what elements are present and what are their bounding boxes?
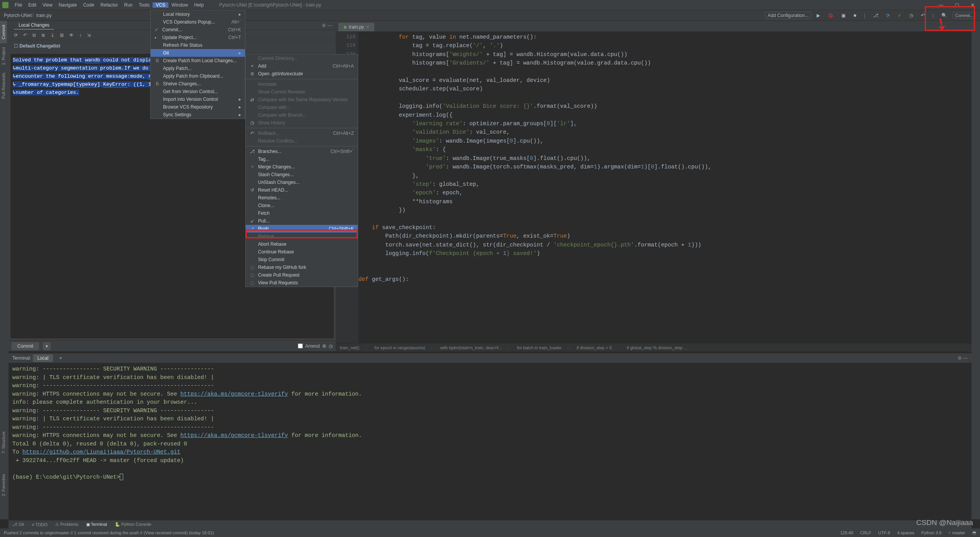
menuitem-create-pull-request[interactable]: ◌Create Pull Request (246, 271, 358, 279)
add-configuration-button[interactable]: Add Configuration... (765, 12, 811, 19)
toolwin-pull-requests[interactable]: Pull Requests (0, 69, 7, 103)
code-area[interactable]: for tag, value in net.named_parameters()… (358, 32, 972, 343)
refresh-icon[interactable]: ⟳ (14, 32, 18, 38)
menuitem-unstash-changes[interactable]: UnStash Changes... (246, 178, 358, 186)
menu-view[interactable]: View (39, 2, 56, 8)
menuitem-refresh-file-status[interactable]: Refresh File Status (151, 41, 245, 49)
toolwin-commit[interactable]: Commit (0, 21, 7, 43)
breadcrumb-item[interactable]: if global_step % division_step ... (627, 345, 688, 350)
terminal-gear-icon[interactable]: ⚙ — (958, 355, 972, 361)
commit-tab-local-changes[interactable]: Local Changes (14, 21, 54, 30)
menuitem-reset-head[interactable]: ↺Reset HEAD... (246, 186, 358, 194)
revert-icon[interactable]: ↶ (919, 12, 927, 19)
menuitem-local-history[interactable]: Local History (151, 10, 245, 18)
menuitem-sync-settings[interactable]: Sync Settings (151, 111, 245, 119)
menuitem-view-pull-requests[interactable]: ◌View Pull Requests (246, 279, 358, 287)
menu-window[interactable]: Window (168, 2, 191, 8)
status-interpreter[interactable]: Python 3.8 (921, 530, 942, 535)
terminal-body[interactable]: warning: ----------------- SECURITY WARN… (8, 363, 972, 520)
menu-tools[interactable]: Tools (136, 2, 153, 8)
menuitem-stash-changes[interactable]: Stash Changes... (246, 171, 358, 178)
group-icon[interactable]: ⊞ (60, 32, 64, 38)
status-indent[interactable]: 4 spaces (897, 530, 914, 535)
changelist-icon[interactable]: ≣ (41, 32, 45, 38)
terminal-tab-add[interactable]: + (54, 354, 66, 362)
commit-dropdown-icon[interactable]: ▾ (43, 342, 51, 350)
status-branch[interactable]: ⑂ master (948, 530, 965, 535)
breadcrumb-file[interactable]: train.py (36, 13, 51, 18)
toolwin-todo[interactable]: ≡ TODO (32, 522, 48, 527)
menuitem-skip-commit[interactable]: Skip Commit (246, 256, 358, 263)
status-lock-icon[interactable]: ⬒ (972, 530, 976, 535)
menu-navigate[interactable]: Navigate (56, 2, 80, 8)
menuitem-import-into-version-control[interactable]: Import into Version Control (151, 95, 245, 103)
menuitem-browse-vcs-repository[interactable]: Browse VCS Repository (151, 103, 245, 111)
toolwin-terminal[interactable]: ▣ Terminal (86, 522, 107, 527)
menuitem-get-from-version-control[interactable]: Get from Version Control... (151, 88, 245, 95)
menuitem-update-project[interactable]: Update Project...Ctrl+T (151, 34, 245, 41)
close-tab-icon[interactable]: × (366, 24, 369, 30)
menuitem-tag[interactable]: Tag... (246, 155, 358, 163)
run-icon[interactable]: ▶ (814, 12, 822, 19)
menu-help[interactable]: Help (191, 2, 207, 8)
menuitem-shelve-changes[interactable]: ⎘Shelve Changes... (151, 80, 245, 88)
menuitem-push[interactable]: ↗Push...Ctrl+Shift+K (246, 225, 358, 233)
stop-icon[interactable]: ■ (851, 12, 858, 19)
history-small-icon[interactable]: ◷ (329, 343, 333, 349)
menuitem-continue-rebase[interactable]: Continue Rebase (246, 248, 358, 256)
toolwin-git[interactable]: ⎇ Git (12, 522, 24, 527)
breadcrumb-item[interactable]: with tqdm(total=n_train, desc=f... (440, 345, 502, 350)
menu-file[interactable]: File (12, 2, 25, 8)
toolwin-favorites[interactable]: 2: Favorites (0, 470, 7, 500)
menuitem-vcs-operations-popup[interactable]: VCS Operations Popup...Alt+` (151, 18, 245, 26)
amend-checkbox[interactable] (298, 343, 303, 348)
breadcrumb-item[interactable]: if division_step > 0 (577, 345, 612, 350)
menuitem-open-git-info-exclude[interactable]: ⊘Open .git/info/exclude (246, 70, 358, 78)
menuitem-fetch[interactable]: Fetch (246, 209, 358, 217)
run-cov-icon[interactable]: ▣ (839, 12, 848, 19)
status-line-sep[interactable]: CRLF (860, 530, 871, 535)
breadcrumb-item[interactable]: for epoch in range(epochs) (374, 345, 425, 350)
menu-vcs[interactable]: VCS (153, 2, 168, 8)
eye-icon[interactable]: 👁 (69, 32, 74, 38)
menuitem-rebase-my-github-fork[interactable]: ◌Rebase my GitHub fork (246, 263, 358, 271)
toolwin-python-console[interactable]: 🐍 Python Console (115, 522, 151, 527)
menuitem-create-patch-from-local-changes[interactable]: ⎘Create Patch from Local Changes... (151, 57, 245, 65)
menuitem-clone[interactable]: Clone... (246, 202, 358, 209)
commit-tab-gear-icon[interactable]: ⚙ — (322, 23, 336, 28)
menuitem-merge-changes[interactable]: ⑂Merge Changes... (246, 163, 358, 171)
collapse-icon[interactable]: ⇲ (87, 32, 91, 38)
update-icon[interactable]: ⟳ (884, 12, 892, 19)
breadcrumb-item[interactable]: for batch in train_loader (517, 345, 562, 350)
menuitem-abort-rebase[interactable]: Abort Rebase (246, 240, 358, 248)
menuitem-apply-patch[interactable]: Apply Patch... (151, 65, 245, 72)
minimize-icon[interactable]: — (936, 2, 946, 8)
menuitem-add[interactable]: +AddCtrl+Alt+A (246, 62, 358, 70)
rollback-icon[interactable]: ↶ (23, 32, 27, 38)
commit-button[interactable]: Commit (12, 342, 39, 350)
terminal-tab-local[interactable]: Local (33, 354, 53, 362)
menu-refactor[interactable]: Refactor (97, 2, 121, 8)
menuitem-remotes[interactable]: Remotes... (246, 194, 358, 202)
commit-icon[interactable]: ✓ (895, 12, 904, 19)
commit-top-button[interactable]: Commit... (953, 12, 976, 19)
expand-icon[interactable]: ↕ (79, 32, 82, 38)
search-icon[interactable]: 🔍 (939, 12, 949, 19)
debug-icon[interactable]: 🐞 (825, 12, 836, 19)
gear-icon[interactable]: ⚙ (322, 343, 326, 349)
shelve-icon[interactable]: ⤓ (51, 32, 54, 38)
menuitem-git[interactable]: Git (151, 49, 245, 57)
toolwin-structure[interactable]: 7: Structure (0, 428, 7, 457)
editor-tab-trainpy[interactable]: train.py× (338, 23, 374, 31)
toolwin-problems[interactable]: ⚠ Problems (55, 522, 78, 527)
menu-run[interactable]: Run (121, 2, 136, 8)
history-icon[interactable]: ◷ (907, 12, 915, 19)
menuitem-pull[interactable]: ↙Pull... (246, 217, 358, 225)
menuitem-commit[interactable]: Commit...Ctrl+K (151, 26, 245, 34)
diff-icon[interactable]: ⧉ (32, 32, 36, 38)
menuitem-apply-patch-from-clipboard[interactable]: Apply Patch from Clipboard... (151, 72, 245, 80)
menu-edit[interactable]: Edit (25, 2, 39, 8)
menu-code[interactable]: Code (80, 2, 97, 8)
breadcrumb-project[interactable]: Pytorch-UNet (4, 13, 32, 18)
breadcrumb-item[interactable]: train_net() (340, 345, 359, 350)
